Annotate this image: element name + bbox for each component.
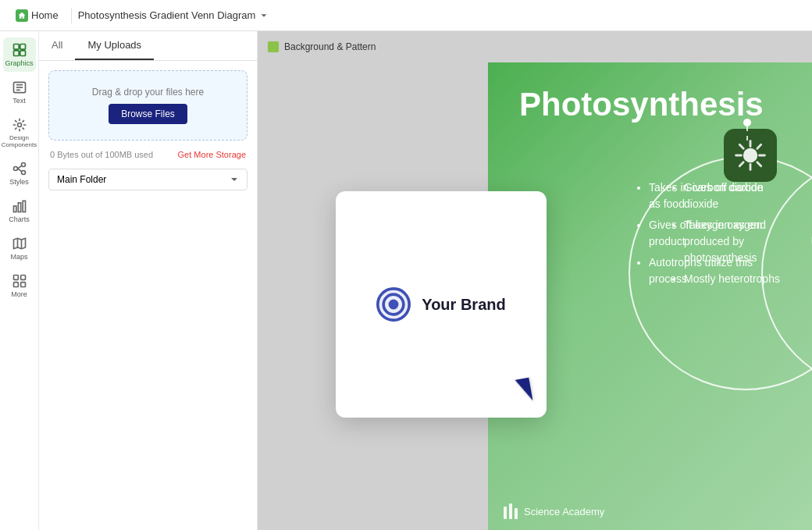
svg-point-24 [743, 148, 757, 162]
svg-rect-3 [20, 51, 25, 56]
svg-point-10 [21, 163, 25, 167]
tab-my-uploads[interactable]: My Uploads [75, 31, 154, 60]
panel-tabs: All My Uploads [39, 31, 257, 61]
brand-logo [376, 287, 411, 322]
get-storage-link[interactable]: Get More Storage [178, 150, 246, 159]
home-label: Home [31, 9, 59, 21]
document-title: Photosynthesis Gradient Venn Diagram [78, 9, 270, 21]
sidebar-item-maps[interactable]: Maps [3, 231, 36, 265]
svg-rect-1 [20, 44, 25, 50]
charts-icon [12, 198, 27, 214]
sidebar-item-text[interactable]: Text [3, 75, 36, 109]
svg-marker-17 [13, 238, 25, 248]
sidebar-item-more[interactable]: More [3, 269, 36, 303]
slide-title: Photosynthesis [519, 86, 764, 123]
icon-sidebar: Graphics Text Design Components [0, 31, 39, 530]
sidebar-item-styles[interactable]: Styles [3, 156, 36, 190]
storage-text: 0 Bytes out of 100MB used [50, 150, 153, 159]
panel-body: Drag & drop your files here Browse Files… [39, 61, 257, 530]
chevron-down-icon [258, 10, 269, 21]
sun-icon-box [724, 129, 777, 182]
chevron-down-icon [230, 175, 239, 184]
venn-both-content: BOTH Produces energy [807, 219, 812, 247]
design-icon [12, 117, 27, 133]
svg-line-32 [739, 162, 743, 166]
right-item-3: Mostly heterotrophs [684, 271, 796, 287]
brand-name: Your Brand [422, 296, 505, 314]
sun-icon [732, 137, 768, 173]
canvas-top-bar: Background & Pattern [258, 31, 812, 62]
svg-point-11 [21, 171, 25, 175]
right-item-2: Takes in oxygen produced by photosynthes… [684, 217, 796, 266]
svg-rect-21 [20, 276, 25, 280]
svg-line-13 [17, 169, 21, 171]
bg-pattern-label: Background & Pattern [284, 41, 376, 52]
beaker-icon [504, 503, 518, 519]
svg-rect-20 [13, 276, 18, 280]
more-icon [12, 273, 27, 289]
sun-dashed-line [746, 126, 748, 141]
science-academy-footer: Science Academy [504, 503, 604, 519]
upload-panel: All My Uploads Drag & drop your files he… [39, 31, 258, 530]
storage-row: 0 Bytes out of 100MB used Get More Stora… [48, 150, 248, 159]
design-label: Design Components [2, 134, 37, 148]
svg-rect-22 [13, 283, 18, 287]
maps-icon [12, 236, 27, 251]
svg-point-36 [378, 289, 409, 320]
svg-rect-2 [13, 51, 19, 56]
svg-line-30 [757, 162, 761, 166]
graphics-icon [12, 42, 27, 58]
brand-popup: Your Brand [336, 191, 547, 418]
styles-icon [12, 161, 27, 176]
svg-point-8 [17, 123, 21, 127]
cursor-arrow [515, 378, 533, 404]
browse-button[interactable]: Browse Files [109, 104, 187, 124]
folder-label: Main Folder [57, 174, 106, 185]
text-icon [12, 80, 27, 95]
bg-pattern-button[interactable]: Background & Pattern [267, 41, 376, 53]
venn-right-content: Gives off carbon dioxide Takes in oxygen… [671, 180, 796, 292]
right-item-1: Gives off carbon dioxide [684, 180, 796, 212]
brand-inner: Your Brand [376, 287, 505, 322]
upload-dropzone[interactable]: Drag & drop your files here Browse Files [48, 70, 248, 141]
venn-diagram: Takes in carbon dioxide as food Gives of… [550, 141, 796, 483]
svg-rect-15 [18, 203, 20, 212]
svg-line-29 [739, 144, 743, 148]
home-icon [16, 9, 28, 22]
svg-rect-0 [13, 44, 19, 50]
topbar-divider [71, 8, 72, 23]
sidebar-item-graphics[interactable]: Graphics [3, 37, 36, 72]
svg-line-31 [757, 144, 761, 148]
tab-all[interactable]: All [39, 31, 75, 60]
svg-rect-16 [23, 201, 25, 212]
both-label: BOTH [807, 219, 812, 233]
sidebar-item-design[interactable]: Design Components [3, 112, 36, 153]
svg-point-9 [13, 167, 17, 171]
topbar: Home Photosynthesis Gradient Venn Diagra… [0, 0, 812, 31]
science-academy-label: Science Academy [524, 506, 604, 518]
svg-rect-14 [13, 206, 16, 212]
main-layout: Graphics Text Design Components [0, 31, 812, 530]
home-button[interactable]: Home [9, 6, 65, 25]
svg-rect-23 [20, 283, 25, 287]
upload-prompt: Drag & drop your files here [65, 87, 231, 98]
folder-selector[interactable]: Main Folder [48, 169, 248, 190]
sidebar-item-charts[interactable]: Charts [3, 194, 36, 228]
canvas-area: Background & Pattern Photosynthesis [258, 31, 812, 530]
bg-color-swatch [267, 41, 280, 53]
sun-dot [743, 119, 751, 126]
